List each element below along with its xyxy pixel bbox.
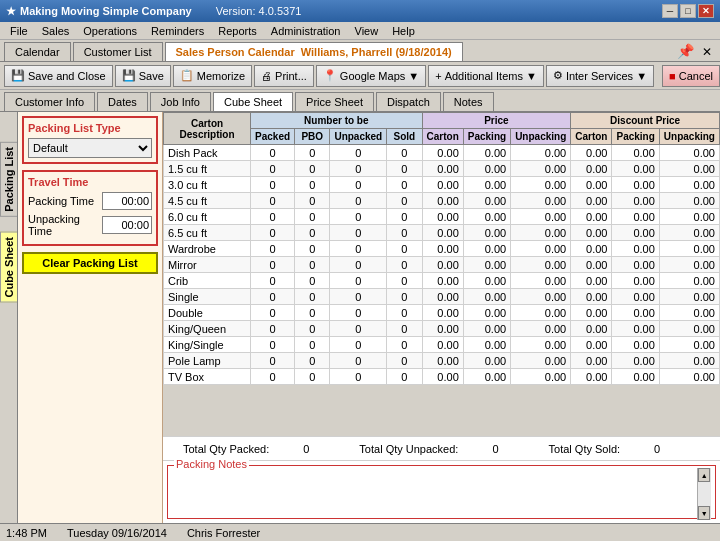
print-button[interactable]: 🖨 Print... bbox=[254, 65, 314, 87]
col-header-sold: Sold bbox=[387, 129, 422, 145]
vertical-tab-packing-list[interactable]: Packing List bbox=[0, 142, 18, 217]
col-header-packing: Packing bbox=[463, 129, 510, 145]
cell-packed-8: 0 bbox=[251, 273, 295, 289]
cell-packing-14: 0.00 bbox=[463, 369, 510, 385]
clear-packing-list-button[interactable]: Clear Packing List bbox=[22, 252, 158, 274]
cell-desc-4: 6.0 cu ft bbox=[164, 209, 251, 225]
notes-scroll-down[interactable]: ▼ bbox=[698, 506, 710, 520]
cell-unpacking-5: 0.00 bbox=[511, 225, 571, 241]
cell-sold-13: 0 bbox=[387, 353, 422, 369]
tab-close-icon[interactable]: ✕ bbox=[698, 43, 716, 61]
cell-d-carton-12: 0.00 bbox=[571, 337, 612, 353]
menu-reports[interactable]: Reports bbox=[212, 24, 263, 38]
sub-tab-price-sheet[interactable]: Price Sheet bbox=[295, 92, 374, 111]
bottom-area: Interstate Packing ▼ 1:48 PM Tuesday 09/… bbox=[0, 523, 720, 541]
menu-file[interactable]: File bbox=[4, 24, 34, 38]
cell-packing-13: 0.00 bbox=[463, 353, 510, 369]
cell-sold-14: 0 bbox=[387, 369, 422, 385]
inter-services-button[interactable]: ⚙ Inter Services ▼ bbox=[546, 65, 654, 87]
cell-packed-1: 0 bbox=[251, 161, 295, 177]
cell-carton-5: 0.00 bbox=[422, 225, 463, 241]
sub-tab-customer-info[interactable]: Customer Info bbox=[4, 92, 95, 111]
packing-time-input[interactable] bbox=[102, 192, 152, 210]
tab-pin-icon[interactable]: 📌 bbox=[673, 41, 698, 61]
cell-unpacking-0: 0.00 bbox=[511, 145, 571, 161]
memorize-icon: 📋 bbox=[180, 69, 194, 82]
packed-value: 0 bbox=[303, 443, 309, 455]
packing-time-label: Packing Time bbox=[28, 195, 94, 207]
unpacking-time-input[interactable] bbox=[102, 216, 152, 234]
cell-pbo-2: 0 bbox=[295, 177, 330, 193]
cell-unpacking-9: 0.00 bbox=[511, 289, 571, 305]
memorize-button[interactable]: 📋 Memorize bbox=[173, 65, 252, 87]
status-time: 1:48 PM bbox=[6, 527, 47, 539]
status-user: Chris Forrester bbox=[187, 527, 260, 539]
menu-administration[interactable]: Administration bbox=[265, 24, 347, 38]
title-bar: ★ Making Moving Simple Company Version: … bbox=[0, 0, 720, 22]
cell-unpacked-3: 0 bbox=[330, 193, 387, 209]
app-window: ★ Making Moving Simple Company Version: … bbox=[0, 0, 720, 541]
cell-packed-10: 0 bbox=[251, 305, 295, 321]
close-button[interactable]: ✕ bbox=[698, 4, 714, 18]
cell-unpacked-14: 0 bbox=[330, 369, 387, 385]
cell-pbo-13: 0 bbox=[295, 353, 330, 369]
notes-scroll-up[interactable]: ▲ bbox=[698, 468, 710, 482]
cell-carton-9: 0.00 bbox=[422, 289, 463, 305]
cell-d-carton-14: 0.00 bbox=[571, 369, 612, 385]
cell-desc-8: Crib bbox=[164, 273, 251, 289]
cell-d-carton-8: 0.00 bbox=[571, 273, 612, 289]
table-row: 3.0 cu ft 0 0 0 0 0.00 0.00 0.00 0.00 0.… bbox=[164, 177, 720, 193]
sub-tab-cube-sheet[interactable]: Cube Sheet bbox=[213, 92, 293, 111]
app-version: Version: 4.0.5371 bbox=[216, 5, 302, 17]
cell-carton-2: 0.00 bbox=[422, 177, 463, 193]
cell-unpacking-7: 0.00 bbox=[511, 257, 571, 273]
cell-packed-11: 0 bbox=[251, 321, 295, 337]
print-label: Print... bbox=[275, 70, 307, 82]
cell-unpacked-5: 0 bbox=[330, 225, 387, 241]
cell-sold-0: 0 bbox=[387, 145, 422, 161]
cell-pbo-1: 0 bbox=[295, 161, 330, 177]
cell-desc-9: Single bbox=[164, 289, 251, 305]
cancel-button[interactable]: ■ Cancel bbox=[662, 65, 720, 87]
tab-sales-person[interactable]: Sales Person Calendar Williams, Pharrell… bbox=[165, 42, 463, 61]
table-row: King/Queen 0 0 0 0 0.00 0.00 0.00 0.00 0… bbox=[164, 321, 720, 337]
menu-sales[interactable]: Sales bbox=[36, 24, 76, 38]
save-button[interactable]: 💾 Save bbox=[115, 65, 171, 87]
sub-tab-notes[interactable]: Notes bbox=[443, 92, 494, 111]
cell-desc-3: 4.5 cu ft bbox=[164, 193, 251, 209]
table-container: Carton Description Number to be Price Di… bbox=[163, 112, 720, 436]
sub-tab-job-info[interactable]: Job Info bbox=[150, 92, 211, 111]
packing-list-type-select[interactable]: Default Standard Custom bbox=[28, 138, 152, 158]
sub-tab-dates[interactable]: Dates bbox=[97, 92, 148, 111]
notes-scrollbar: ▲ ▼ bbox=[697, 468, 711, 520]
menu-help[interactable]: Help bbox=[386, 24, 421, 38]
cell-carton-10: 0.00 bbox=[422, 305, 463, 321]
cell-packing-11: 0.00 bbox=[463, 321, 510, 337]
menu-operations[interactable]: Operations bbox=[77, 24, 143, 38]
tab-calendar[interactable]: Calendar bbox=[4, 42, 71, 61]
app-title: Making Moving Simple Company bbox=[20, 5, 192, 17]
menu-view[interactable]: View bbox=[349, 24, 385, 38]
cell-packing-2: 0.00 bbox=[463, 177, 510, 193]
cell-packed-12: 0 bbox=[251, 337, 295, 353]
cancel-icon: ■ bbox=[669, 70, 676, 82]
sub-tab-customer-info-label: Customer Info bbox=[15, 96, 84, 108]
additional-items-button[interactable]: + Additional Items ▼ bbox=[428, 65, 544, 87]
packing-notes-input[interactable] bbox=[172, 472, 697, 512]
cell-unpacking-13: 0.00 bbox=[511, 353, 571, 369]
cell-desc-10: Double bbox=[164, 305, 251, 321]
save-close-button[interactable]: 💾 Save and Close bbox=[4, 65, 113, 87]
table-row: Crib 0 0 0 0 0.00 0.00 0.00 0.00 0.00 0.… bbox=[164, 273, 720, 289]
menu-reminders[interactable]: Reminders bbox=[145, 24, 210, 38]
cell-packed-9: 0 bbox=[251, 289, 295, 305]
cell-unpacked-0: 0 bbox=[330, 145, 387, 161]
table-row: 6.0 cu ft 0 0 0 0 0.00 0.00 0.00 0.00 0.… bbox=[164, 209, 720, 225]
maximize-button[interactable]: □ bbox=[680, 4, 696, 18]
sub-tab-dispatch[interactable]: Dispatch bbox=[376, 92, 441, 111]
minimize-button[interactable]: ─ bbox=[662, 4, 678, 18]
tab-customer-list[interactable]: Customer List bbox=[73, 42, 163, 61]
vertical-tab-cube-sheet[interactable]: Cube Sheet bbox=[0, 232, 18, 303]
google-maps-button[interactable]: 📍 Google Maps ▼ bbox=[316, 65, 426, 87]
toolbar: 💾 Save and Close 💾 Save 📋 Memorize 🖨 Pri… bbox=[0, 62, 720, 90]
vertical-tab-bar: Packing List Cube Sheet bbox=[0, 112, 18, 523]
